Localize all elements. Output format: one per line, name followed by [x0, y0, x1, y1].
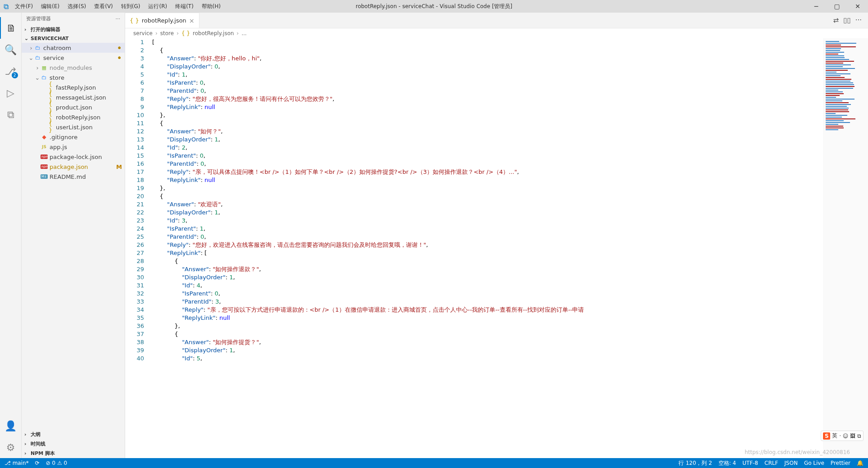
menu-item[interactable]: 查看(V)	[90, 1, 117, 12]
line-gutter: 1234567891011121314151617181920212223242…	[125, 38, 152, 458]
breadcrumb-store[interactable]: store	[160, 30, 174, 36]
ime-indicator[interactable]: S 英 · ☺ 🖽 ⧉	[821, 431, 863, 441]
indent-status[interactable]: 空格: 4	[719, 459, 737, 467]
vscode-logo-icon: ⧉	[4, 2, 9, 11]
window-title: robotReply.json - serviceChat - Visual S…	[356, 3, 512, 10]
code-content[interactable]: [ { "Answer": "你好,您好，hello，hi", "Display…	[152, 38, 823, 458]
scm-badge: 2	[12, 72, 18, 78]
editor-group: { } robotReply.json × ⇄ ▯▯ ··· service› …	[125, 13, 868, 458]
outline-section[interactable]: ›大纲	[22, 430, 125, 439]
modified-dot-icon: •	[117, 55, 122, 60]
folder-store[interactable]: ⌄🗀store	[22, 73, 125, 82]
settings-gear-icon[interactable]: ⚙	[0, 436, 22, 458]
menu-bar: 文件(F)编辑(E)选择(S)查看(V)转到(G)运行(R)终端(T)帮助(H)	[11, 1, 224, 12]
ime-logo-icon: S	[823, 432, 830, 440]
folder-node-modules[interactable]: ›▦node_modules	[22, 63, 125, 73]
extensions-icon[interactable]: ⧉	[0, 104, 22, 125]
eol-status[interactable]: CRLF	[764, 460, 778, 466]
menu-item[interactable]: 运行(R)	[145, 1, 171, 12]
file-appjs[interactable]: JSapp.js	[22, 142, 125, 152]
ime-lang: 英	[832, 432, 837, 440]
minimize-button[interactable]: ─	[806, 0, 827, 13]
sidebar-header: 资源管理器 ···	[22, 13, 125, 25]
ime-extras: · ☺ 🖽 ⧉	[839, 433, 861, 439]
accounts-icon[interactable]: 👤	[0, 415, 22, 436]
explorer-icon[interactable]: 🗎	[0, 17, 22, 39]
tab-bar: { } robotReply.json × ⇄ ▯▯ ···	[125, 13, 868, 28]
folder-service[interactable]: ⌄🗀service•	[22, 53, 125, 63]
open-editors-section[interactable]: ›打开的编辑器	[22, 25, 125, 34]
notifications-icon[interactable]: 🔔	[857, 460, 863, 466]
file-packagelock[interactable]: npmpackage-lock.json	[22, 152, 125, 162]
tab-actions: ⇄ ▯▯ ···	[833, 13, 868, 28]
search-icon[interactable]: 🔍	[0, 39, 22, 60]
code-editor[interactable]: 1234567891011121314151617181920212223242…	[125, 38, 868, 458]
breadcrumb-service[interactable]: service	[133, 30, 153, 36]
file-product[interactable]: { }product.json	[22, 102, 125, 112]
compare-changes-icon[interactable]: ⇄	[833, 16, 839, 24]
sidebar-title: 资源管理器	[26, 15, 51, 22]
json-file-icon: { }	[130, 17, 139, 24]
titlebar: ⧉ 文件(F)编辑(E)选择(S)查看(V)转到(G)运行(R)终端(T)帮助(…	[0, 0, 868, 13]
file-robotreply[interactable]: { }robotReply.json	[22, 112, 125, 122]
window-controls: ─ ▢ ✕	[806, 0, 868, 13]
project-section[interactable]: ⌄SERVICECHAT	[22, 34, 125, 43]
sidebar-more-icon[interactable]: ···	[116, 16, 121, 22]
encoding-status[interactable]: UTF-8	[742, 460, 758, 466]
breadcrumb-tail[interactable]: ...	[241, 30, 246, 36]
menu-item[interactable]: 编辑(E)	[37, 1, 63, 12]
run-debug-icon[interactable]: ▷	[0, 82, 22, 104]
npm-scripts-section[interactable]: ›NPM 脚本	[22, 449, 125, 458]
tab-label: robotReply.json	[142, 17, 186, 24]
sync-status[interactable]: ⟳	[35, 460, 40, 466]
timeline-section[interactable]: ›时间线	[22, 439, 125, 449]
folder-chatroom[interactable]: ›🗀chatroom•	[22, 43, 125, 53]
tab-robotreply[interactable]: { } robotReply.json ×	[125, 13, 199, 28]
maximize-button[interactable]: ▢	[827, 0, 847, 13]
prettier-status[interactable]: Prettier	[831, 460, 850, 466]
menu-item[interactable]: 转到(G)	[118, 1, 144, 12]
sidebar: 资源管理器 ··· ›打开的编辑器 ⌄SERVICECHAT ›🗀chatroo…	[22, 13, 125, 458]
file-gitignore[interactable]: ◆.gitignore	[22, 132, 125, 142]
cursor-position[interactable]: 行 120，列 2	[678, 459, 712, 467]
menu-item[interactable]: 文件(F)	[11, 1, 36, 12]
split-editor-icon[interactable]: ▯▯	[843, 16, 851, 24]
modified-dot-icon: •	[117, 45, 122, 50]
breadcrumbs[interactable]: service› store› { } robotReply.json› ...	[125, 28, 868, 38]
activity-bar: 🗎 🔍 ⎇2 ▷ ⧉ 👤 ⚙	[0, 13, 22, 458]
problems-status[interactable]: ⊘ 0 ⚠ 0	[46, 460, 68, 466]
json-file-icon: { }	[181, 30, 190, 36]
breadcrumb-file[interactable]: robotReply.json	[193, 30, 234, 36]
status-bar: ⎇ main* ⟳ ⊘ 0 ⚠ 0 行 120，列 2 空格: 4 UTF-8 …	[0, 458, 868, 468]
more-actions-icon[interactable]: ···	[855, 16, 862, 24]
menu-item[interactable]: 终端(T)	[172, 1, 197, 12]
close-button[interactable]: ✕	[847, 0, 868, 13]
file-fastreply[interactable]: { }fastReply.json	[22, 82, 125, 92]
language-status[interactable]: JSON	[784, 460, 798, 466]
file-package[interactable]: npmpackage.jsonM	[22, 162, 125, 172]
file-readme[interactable]: M↓README.md	[22, 172, 125, 182]
menu-item[interactable]: 选择(S)	[64, 1, 90, 12]
file-userlist[interactable]: { }userList.json	[22, 122, 125, 132]
menu-item[interactable]: 帮助(H)	[198, 1, 224, 12]
branch-status[interactable]: ⎇ main*	[5, 460, 29, 466]
golive-status[interactable]: Go Live	[804, 460, 824, 466]
file-tree: ›🗀chatroom• ⌄🗀service• ›▦node_modules ⌄🗀…	[22, 43, 125, 430]
modified-flag: M	[116, 164, 122, 170]
source-control-icon[interactable]: ⎇2	[0, 60, 22, 82]
tab-close-icon[interactable]: ×	[189, 17, 194, 24]
minimap[interactable]	[823, 38, 868, 458]
file-messagelist[interactable]: { }messageList.json	[22, 92, 125, 102]
